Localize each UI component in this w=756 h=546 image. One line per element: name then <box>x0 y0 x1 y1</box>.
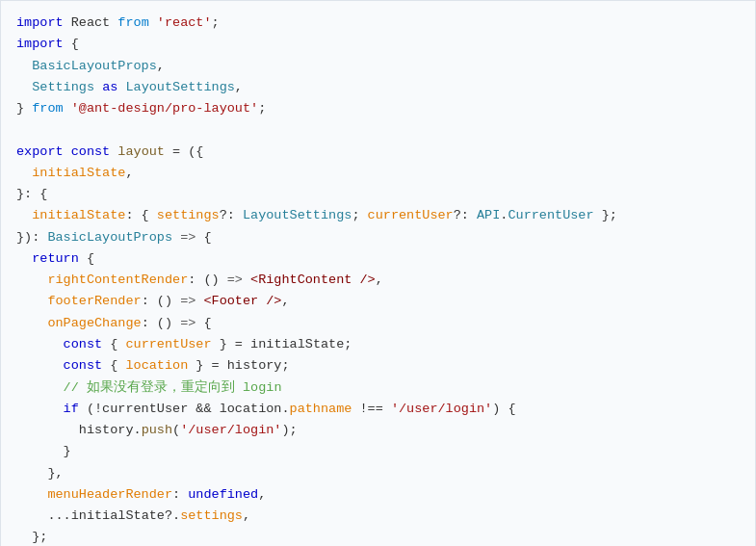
code-line-12: return { <box>16 248 740 270</box>
code-line-9: }: { <box>16 184 740 205</box>
code-line-13: rightContentRender: () => <RightContent … <box>16 270 740 291</box>
code-line-18: // 如果没有登录，重定向到 login <box>16 377 740 399</box>
code-line-21: } <box>16 441 740 462</box>
code-line-19: if (!currentUser && location.pathname !=… <box>16 399 740 420</box>
code-line-5: } from '@ant-design/pro-layout'; <box>16 98 740 119</box>
code-line-7: export const layout = ({ <box>16 142 740 163</box>
code-line-25: }; <box>16 527 740 546</box>
code-line-23: menuHeaderRender: undefined, <box>16 484 740 506</box>
code-line-8: initialState, <box>16 163 740 184</box>
code-line-11: }): BasicLayoutProps => { <box>16 227 740 248</box>
code-line-6 <box>16 119 740 141</box>
code-line-14: footerRender: () => <Footer />, <box>16 291 740 312</box>
code-line-2: import { <box>16 34 740 55</box>
code-line-20: history.push('/user/login'); <box>16 420 740 441</box>
code-line-4: Settings as LayoutSettings, <box>16 77 740 98</box>
code-line-1: import React from 'react'; <box>16 13 740 34</box>
code-line-24: ...initialState?.settings, <box>16 506 740 527</box>
code-line-17: const { location } = history; <box>16 355 740 377</box>
code-line-3: BasicLayoutProps, <box>16 56 740 77</box>
code-line-16: const { currentUser } = initialState; <box>16 334 740 355</box>
code-block: import React from 'react'; import { Basi… <box>0 0 756 546</box>
code-line-15: onPageChange: () => { <box>16 313 740 334</box>
code-line-22: }, <box>16 463 740 484</box>
code-line-10: initialState: { settings?: LayoutSetting… <box>16 205 740 226</box>
